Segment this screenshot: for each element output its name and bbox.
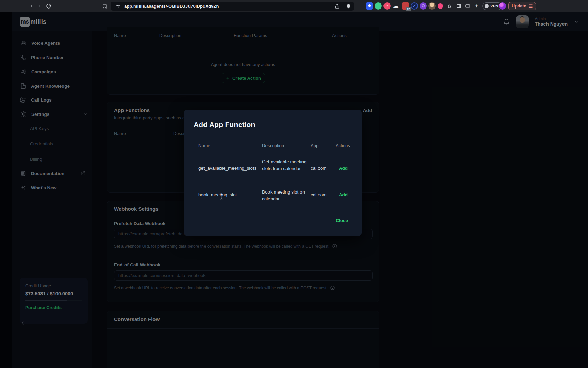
extension-green-icon[interactable] [375, 2, 382, 10]
brave-shield-icon[interactable] [346, 4, 351, 9]
extension-t-icon[interactable]: t [383, 2, 391, 10]
profile-avatar-icon[interactable] [499, 2, 506, 10]
share-icon[interactable] [334, 4, 340, 9]
back-icon[interactable] [28, 3, 35, 10]
vpn-icon [485, 4, 489, 8]
text-cursor-icon [220, 194, 224, 200]
extension-shield-icon[interactable] [366, 2, 373, 10]
site-settings-icon[interactable] [115, 3, 121, 10]
modal-column-header: Name [198, 143, 210, 148]
extension-badge: 12 [406, 7, 411, 11]
update-button[interactable]: Update ☰ [508, 2, 536, 10]
function-name: book_meeting_slot [198, 192, 237, 197]
function-description: Get available meeting slots from calenda… [262, 158, 313, 172]
modal-column-header: Actions [336, 143, 350, 148]
add-app-function-modal: Add App Function Name Description App Ac… [184, 110, 362, 236]
extension-blocker-icon[interactable] [411, 2, 418, 10]
extension-cloud-icon[interactable]: ☁ [392, 2, 399, 10]
modal-column-header: Description [262, 143, 284, 148]
modal-close-button[interactable]: Close [336, 218, 348, 223]
menu-hamburger-icon: ☰ [528, 4, 533, 9]
extensions-puzzle-icon[interactable] [446, 2, 454, 10]
extension-passmanager-icon[interactable]: 12 [402, 2, 409, 10]
toolbar-separator [343, 4, 343, 9]
url-text: app.millis.ai/agents/-OBIBDJJu70iDp0Xd9Z… [124, 4, 219, 9]
add-function-button[interactable]: Add [336, 192, 351, 197]
address-bar[interactable]: app.millis.ai/agents/-OBIBDJJu70iDp0Xd9Z… [111, 2, 354, 11]
divider [194, 151, 352, 151]
wallet-icon[interactable] [464, 2, 471, 10]
function-app: cal.com [311, 192, 327, 197]
forward-icon[interactable] [36, 3, 43, 10]
function-description: Book meeting slot on calendar [262, 189, 313, 202]
update-label: Update [512, 4, 526, 9]
sidebar-panel-icon[interactable] [455, 2, 462, 10]
extension-avatar-icon[interactable] [428, 2, 436, 10]
extension-pink-icon[interactable] [438, 3, 443, 9]
add-function-button[interactable]: Add [336, 166, 351, 171]
leo-ai-sparkles-icon[interactable]: ✦ [473, 2, 480, 10]
bookmark-icon[interactable] [101, 3, 108, 10]
reload-icon[interactable] [45, 3, 52, 10]
browser-toolbar: app.millis.ai/agents/-OBIBDJJu70iDp0Xd9Z… [0, 0, 588, 12]
function-name: get_available_meeting_slots [198, 166, 256, 171]
modal-column-header: App [311, 143, 318, 148]
function-app: cal.com [311, 166, 327, 171]
vpn-label: VPN [490, 4, 499, 8]
modal-title: Add App Function [194, 121, 255, 129]
extension-purple-icon[interactable] [420, 2, 427, 10]
divider [194, 184, 352, 184]
